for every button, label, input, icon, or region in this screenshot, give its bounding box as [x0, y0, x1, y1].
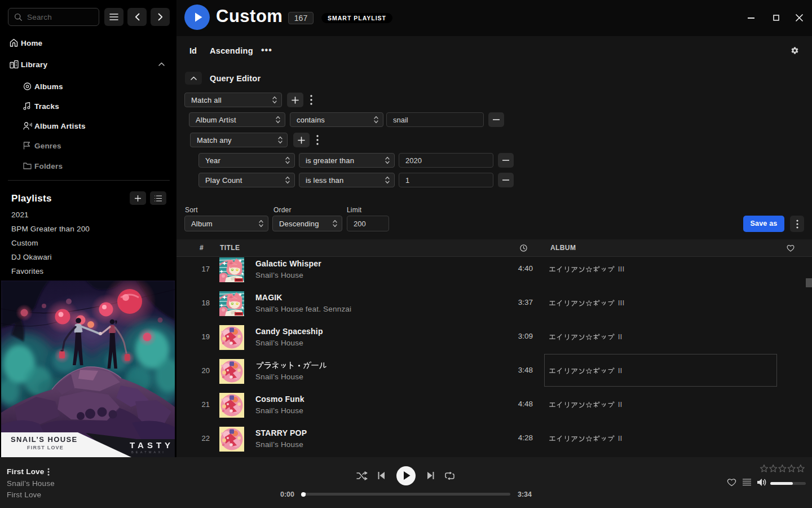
svg-text:TASTY: TASTY [130, 440, 174, 450]
svg-text:SNAIL’S HOUSE: SNAIL’S HOUSE [11, 435, 78, 444]
svg-text:BEATMAXI: BEATMAXI [131, 450, 166, 454]
svg-text:FIRST LOVE: FIRST LOVE [27, 445, 64, 450]
